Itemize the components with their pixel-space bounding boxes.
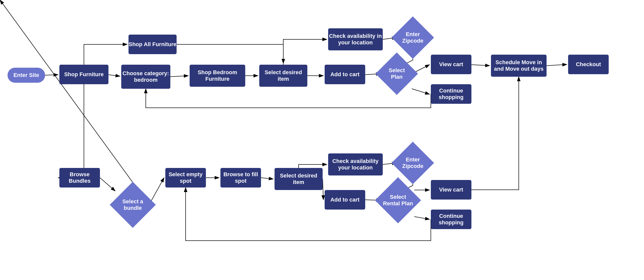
- enter-zipcode-top-node: Enter Zipcode: [392, 16, 434, 59]
- browse-fill-label: Browse to fill spot: [220, 171, 261, 184]
- check-avail-bot-label: Check availability your location: [328, 158, 383, 171]
- choose-category-label: Choose category: bedroom: [121, 70, 170, 83]
- shop-bedroom-label: Shop Bedroom Furniture: [190, 69, 245, 82]
- svg-line-1: [108, 75, 120, 76]
- svg-line-15: [323, 179, 323, 200]
- checkout-label: Checkout: [576, 61, 601, 68]
- check-avail-bot-node: Check availability your location: [328, 153, 383, 175]
- svg-line-0: [45, 75, 58, 75]
- svg-line-2: [170, 76, 188, 77]
- svg-line-10: [547, 64, 567, 66]
- browse-fill-node: Browse to fill spot: [220, 168, 261, 188]
- view-cart-bot-node: View cart: [431, 180, 471, 200]
- add-to-cart-top-label: Add to cart: [330, 71, 359, 78]
- add-to-cart-bot-label: Add to cart: [330, 197, 359, 203]
- check-avail-top-label: Check availability in your location: [328, 33, 383, 46]
- choose-category-node: Choose category: bedroom: [121, 65, 170, 89]
- schedule-move-node: Schedule Move in and Move out days: [491, 55, 547, 77]
- enter-zipcode-top-label: Enter Zipcode: [398, 23, 428, 53]
- select-desired-bot-node: Select desired item: [275, 168, 323, 190]
- svg-line-8: [412, 89, 430, 94]
- continue-shopping-bot-node: Continue shopping: [431, 210, 471, 229]
- schedule-move-label: Schedule Move in and Move out days: [491, 59, 547, 72]
- flowchart-diagram: Enter Site Shop Furniture Shop All Furni…: [0, 0, 644, 280]
- svg-line-14: [261, 178, 273, 179]
- enter-zipcode-bot-label: Enter Zipcode: [398, 148, 428, 178]
- select-empty-spot-label: Select empty spot: [165, 171, 206, 184]
- select-plan-top-node: Select Plan: [375, 52, 418, 95]
- select-empty-spot-node: Select empty spot: [165, 168, 206, 188]
- shop-furniture-node: Shop Furniture: [59, 65, 108, 84]
- checkout-node: Checkout: [568, 55, 609, 74]
- browse-bundles-node: Browse Bundles: [59, 168, 100, 188]
- continue-shopping-bot-label: Continue shopping: [431, 213, 471, 226]
- select-bundle-label: Select a bundle: [116, 189, 149, 221]
- browse-bundles-label: Browse Bundles: [59, 171, 100, 184]
- select-rental-plan-node: Select Rental Plan: [375, 177, 421, 223]
- shop-all-furniture-node: Shop All Furniture: [128, 35, 177, 54]
- shop-furniture-label: Shop Furniture: [64, 71, 104, 78]
- shop-bedroom-furniture-node: Shop Bedroom Furniture: [190, 65, 245, 87]
- select-desired-top-node: Select desired item: [259, 65, 307, 87]
- svg-line-19: [414, 217, 430, 219]
- select-plan-top-label: Select Plan: [382, 59, 412, 89]
- shop-all-furniture-label: Shop All Furniture: [128, 41, 176, 48]
- view-cart-top-label: View cart: [439, 61, 463, 68]
- select-desired-top-label: Select desired item: [259, 69, 307, 82]
- continue-shopping-top-label: Continue shopping: [431, 87, 471, 101]
- select-desired-bot-label: Select desired item: [275, 172, 323, 186]
- add-to-cart-top-node: Add to cart: [325, 65, 365, 84]
- enter-site-node: Enter Site: [8, 68, 45, 83]
- view-cart-bot-label: View cart: [439, 186, 463, 193]
- svg-line-11: [100, 178, 115, 191]
- enter-site-label: Enter Site: [14, 72, 39, 78]
- view-cart-top-node: View cart: [431, 55, 471, 74]
- continue-shopping-top-node: Continue shopping: [431, 84, 471, 104]
- check-avail-top-node: Check availability in your location: [328, 28, 383, 50]
- svg-line-9: [471, 65, 490, 66]
- select-bundle-node: Select a bundle: [110, 182, 156, 228]
- add-to-cart-bot-node: Add to cart: [325, 190, 365, 210]
- select-rental-plan-label: Select Rental Plan: [382, 184, 414, 217]
